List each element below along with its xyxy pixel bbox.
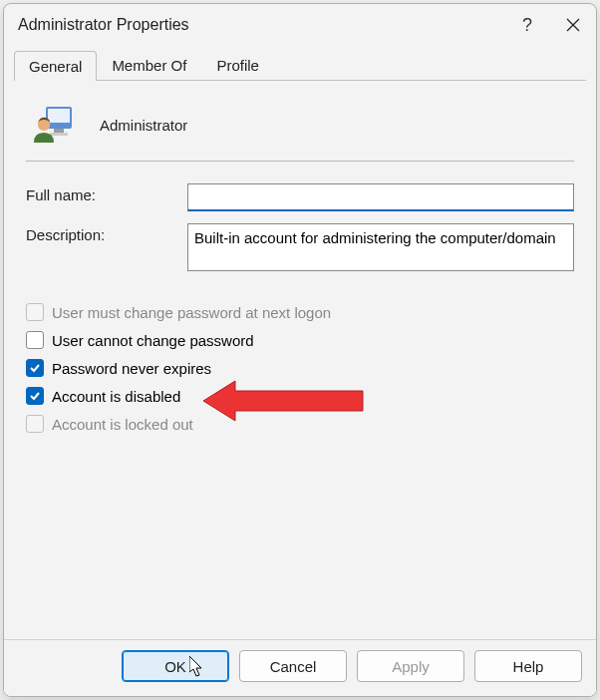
help-button[interactable]: ? (504, 4, 550, 46)
checkbox-label: Password never expires (52, 360, 211, 377)
checkbox-label: Account is locked out (52, 416, 193, 433)
svg-rect-4 (54, 129, 64, 133)
checkbox-icon (26, 415, 44, 433)
user-header: Administrator (26, 99, 574, 161)
user-icon (32, 103, 76, 147)
checkbox-label: User cannot change password (52, 332, 254, 349)
apply-button[interactable]: Apply (357, 650, 464, 682)
tab-content: Administrator Full name: Description: Bu… (4, 81, 596, 639)
full-name-input[interactable] (187, 183, 574, 211)
checkbox-list: User must change password at next logon … (26, 303, 574, 433)
checkbox-icon (26, 387, 44, 405)
checkbox-password-never-expires[interactable]: Password never expires (26, 359, 574, 377)
checkbox-icon (26, 303, 44, 321)
close-button[interactable] (550, 4, 596, 46)
properties-dialog: Administrator Properties ? General Membe… (3, 3, 597, 697)
description-label: Description: (26, 223, 187, 243)
checkbox-icon (26, 331, 44, 349)
help-button-bottom[interactable]: Help (474, 650, 582, 682)
user-name: Administrator (100, 117, 187, 134)
checkbox-must-change-password: User must change password at next logon (26, 303, 574, 321)
cancel-button[interactable]: Cancel (239, 650, 347, 682)
description-input[interactable]: Built-in account for administering the c… (187, 223, 574, 271)
tab-member-of[interactable]: Member Of (97, 50, 201, 80)
tab-strip: General Member Of Profile (14, 50, 586, 81)
check-icon (29, 362, 41, 374)
tab-profile[interactable]: Profile (201, 50, 274, 80)
svg-rect-5 (50, 133, 68, 136)
checkbox-label: User must change password at next logon (52, 304, 331, 321)
spacer (26, 433, 574, 627)
full-name-label: Full name: (26, 183, 187, 203)
svg-rect-3 (48, 109, 70, 123)
checkbox-cannot-change-password[interactable]: User cannot change password (26, 331, 574, 349)
divider (26, 161, 574, 162)
window-title: Administrator Properties (18, 16, 504, 34)
tab-general[interactable]: General (14, 51, 97, 81)
help-icon: ? (522, 15, 532, 36)
checkbox-icon (26, 359, 44, 377)
close-icon (566, 18, 580, 32)
tabs-container: General Member Of Profile (4, 46, 596, 81)
checkbox-account-disabled[interactable]: Account is disabled (26, 387, 574, 405)
ok-button[interactable]: OK (122, 650, 229, 682)
dialog-buttons: OK Cancel Apply Help (4, 639, 596, 696)
titlebar: Administrator Properties ? (4, 4, 596, 46)
check-icon (29, 390, 41, 402)
titlebar-controls: ? (504, 4, 596, 46)
description-row: Description: Built-in account for admini… (26, 223, 574, 271)
checkbox-account-locked-out: Account is locked out (26, 415, 574, 433)
full-name-row: Full name: (26, 183, 574, 211)
checkbox-label: Account is disabled (52, 388, 180, 405)
